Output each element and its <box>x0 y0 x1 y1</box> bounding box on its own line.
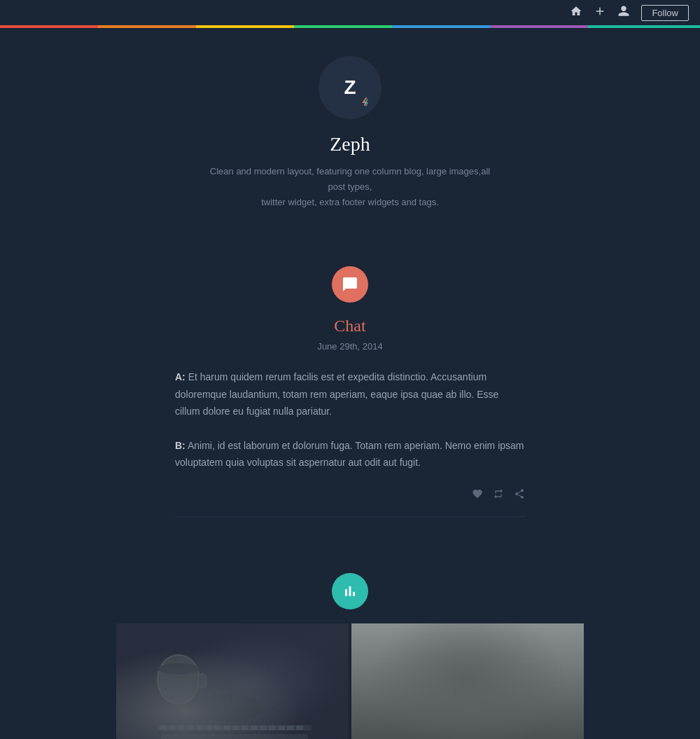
share-icon[interactable] <box>514 488 525 502</box>
svg-rect-27 <box>351 693 584 739</box>
svg-point-3 <box>158 663 200 675</box>
svg-point-24 <box>192 693 262 721</box>
svg-rect-19 <box>269 726 276 730</box>
chat-post-paragraph-b: B: Animi, id est laborum et dolorum fuga… <box>175 437 525 471</box>
svg-rect-25 <box>351 623 584 739</box>
follow-button[interactable]: Follow <box>641 5 689 21</box>
avatar: Z <box>318 56 382 119</box>
svg-rect-16 <box>241 726 248 730</box>
add-icon[interactable] <box>594 5 606 21</box>
svg-rect-20 <box>278 726 285 730</box>
svg-rect-5 <box>161 734 308 739</box>
svg-rect-28 <box>435 679 500 739</box>
svg-rect-26 <box>351 623 584 693</box>
site-description: Clean and modern layout, featuring one c… <box>203 164 497 210</box>
svg-rect-2 <box>198 674 206 688</box>
post-actions <box>175 488 525 517</box>
chat-bubble-icon <box>342 276 358 293</box>
gallery-post <box>116 573 584 739</box>
svg-rect-14 <box>223 726 230 730</box>
chat-post-title: Chat <box>175 317 525 336</box>
svg-rect-15 <box>232 726 239 730</box>
chat-icon-circle <box>332 266 368 303</box>
like-icon[interactable] <box>472 488 483 502</box>
svg-rect-0 <box>116 623 349 739</box>
svg-rect-17 <box>251 726 258 730</box>
photo-keyboard <box>116 623 349 739</box>
svg-point-29 <box>448 640 487 684</box>
svg-rect-18 <box>260 726 267 730</box>
chat-post-icon-wrapper <box>175 266 525 303</box>
main-content: Z Zeph Clean and modern layout, featurin… <box>0 28 700 739</box>
svg-rect-11 <box>196 726 203 730</box>
svg-rect-21 <box>287 726 294 730</box>
svg-point-32 <box>463 712 472 722</box>
navbar: Follow <box>0 0 700 25</box>
svg-rect-10 <box>187 726 194 730</box>
site-title: Zeph <box>330 133 370 156</box>
svg-point-34 <box>439 712 456 723</box>
svg-rect-7 <box>160 726 167 730</box>
avatar-accent-icon <box>360 97 370 106</box>
svg-rect-9 <box>178 726 185 730</box>
svg-point-31 <box>459 709 476 726</box>
svg-rect-30 <box>447 704 488 731</box>
svg-rect-22 <box>296 726 303 730</box>
chat-post-paragraph-a: A: Et harum quidem rerum facilis est et … <box>175 368 525 420</box>
user-icon[interactable] <box>617 5 630 21</box>
svg-rect-23 <box>116 623 349 739</box>
svg-rect-36 <box>351 623 584 739</box>
photo-person <box>351 623 584 739</box>
gallery-post-icon-wrapper <box>116 573 584 609</box>
svg-point-35 <box>479 712 496 723</box>
avatar-letter: Z <box>344 76 356 99</box>
retweet-icon[interactable] <box>493 488 504 502</box>
svg-rect-8 <box>169 726 176 730</box>
svg-rect-12 <box>205 726 212 730</box>
svg-rect-33 <box>456 699 470 706</box>
chat-post-date: June 29th, 2014 <box>175 341 525 352</box>
photo-grid <box>116 623 584 739</box>
svg-rect-4 <box>158 725 312 731</box>
chat-post: Chat June 29th, 2014 A: Et harum quidem … <box>175 266 525 545</box>
bar-chart-icon <box>342 583 358 600</box>
chart-icon-circle <box>332 573 368 609</box>
home-icon[interactable] <box>570 5 582 21</box>
svg-rect-13 <box>214 726 221 730</box>
svg-point-1 <box>158 655 200 704</box>
